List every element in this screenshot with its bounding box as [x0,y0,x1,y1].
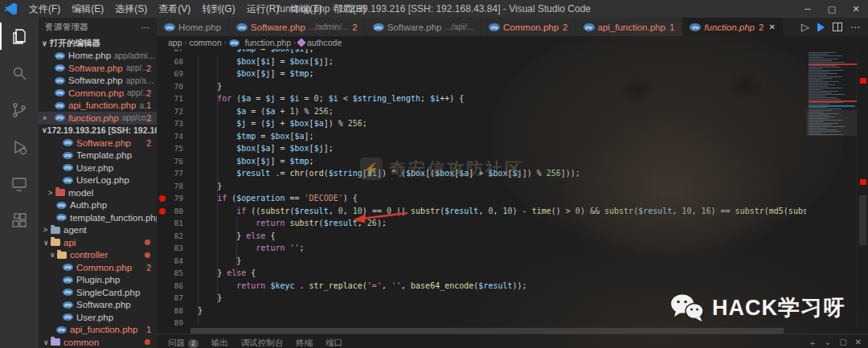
chevron-down-icon: ∨ [43,239,51,247]
menu-item[interactable]: 帮助(H) [328,0,372,18]
run-code-icon[interactable] [817,23,825,32]
tree-item-agent[interactable]: >agent [39,224,157,237]
close-icon[interactable]: × [43,114,47,122]
tab-function-php[interactable]: phpfunction.php2✕ [682,18,783,36]
minimap-line [809,78,833,79]
search-icon[interactable] [0,55,39,92]
php-file-icon: php [55,102,65,109]
tree-item-userlog-php[interactable]: phpUserLog.php [39,174,157,187]
code-editor[interactable]: 67 $tmp = $box[$i];68 $box[$i] = $box[$j… [157,49,868,328]
minimap-line [809,67,841,68]
minimap-slider[interactable] [806,110,857,136]
open-editors-header[interactable]: ∨ 打开的编辑器 [39,37,157,50]
tree-item-common[interactable]: ∨common [39,336,157,348]
run-or-debug-icon[interactable]: ▷ [801,21,809,33]
php-file-icon: php [55,89,65,96]
tree-item-template-function-php[interactable]: phptemplate_function.php [39,211,157,224]
tree-item-model[interactable]: >model [39,186,157,199]
breadcrumb-item-function-php[interactable]: phpfunction.php [229,38,291,47]
close-icon[interactable]: ✕ [768,23,775,31]
tab-api-function-php[interactable]: phpapi_function.php1 [576,18,683,36]
close-button[interactable]: ✕ [844,0,868,18]
breakpoint-icon[interactable] [159,195,166,202]
breakpoint-icon[interactable] [159,208,166,215]
modified-dot [145,240,150,245]
minimap-line [809,75,827,76]
file-name: Template.php [76,150,132,160]
minimap[interactable] [806,49,857,328]
menu-item[interactable]: 编辑(E) [66,0,109,18]
horizontal-scrollbar[interactable] [157,328,806,334]
tab-software-php[interactable]: phpSoftware.php.../admin/...2 [229,18,366,36]
tree-item-software-php[interactable]: phpSoftware.php2 [39,137,157,149]
open-editor-item[interactable]: phpSoftware.phpapp/...2 [39,62,157,75]
panel-tab-终端[interactable]: 终端 [296,338,313,348]
explorer-icon[interactable] [0,18,39,55]
menu-item[interactable]: 查看(V) [153,0,196,18]
panel-icon[interactable]: ▢ [839,338,846,348]
split-editor-icon[interactable] [833,23,842,31]
code-text: $a = ($a + 1) % 256; [157,105,806,118]
php-file-icon: php [164,23,175,31]
breadcrumb-item-authcode[interactable]: authcode [298,38,342,47]
open-editor-item[interactable]: phpHome.phpapp/admin/c... [39,50,157,63]
panel-tab-问题[interactable]: 问题2 [168,338,199,348]
code-text: return ''; [157,242,806,255]
tree-item-auth-php[interactable]: phpAuth.php [39,199,157,212]
open-editor-item[interactable]: phpCommon.phpapp/...2 [39,87,157,100]
menu-item[interactable]: 转到(G) [196,0,240,18]
remote-explorer-icon[interactable] [0,166,39,203]
php-file-icon: php [236,23,248,31]
sidebar-more-icon[interactable]: ⋯ [141,23,151,32]
panel-tab-端口[interactable]: 端口 [326,338,342,348]
tree-item-api-function-php[interactable]: phpapi_function.php1 [39,324,157,337]
tree-item-singlecard-php[interactable]: phpSingleCard.php [39,286,157,299]
panel-icon[interactable]: ＋ [809,338,817,348]
panel-icon[interactable]: ⌄ [825,338,831,348]
open-editor-item[interactable]: phpapi_function.phpa...1 [39,100,157,113]
source-control-icon[interactable] [0,92,39,129]
tab-software-php[interactable]: phpSoftware.php.../api/... [366,18,481,36]
tab-common-php[interactable]: phpCommon.php2 [481,18,575,36]
menu-item[interactable]: 运行(R) [241,0,285,18]
tab-home-php[interactable]: phpHome.php [157,18,229,36]
panel-tab-调试控制台[interactable]: 调试控制台 [241,338,284,348]
more-actions-icon[interactable]: ⋯ [850,22,860,33]
breadcrumb-item-common[interactable]: common [190,38,222,47]
error-marker [860,78,866,84]
panel-icon[interactable]: ✕ [855,338,862,348]
code-line: 86 return $keyc . str_replace('=', '', b… [157,280,806,293]
code-line: 89 [157,317,806,328]
minimize-button[interactable]: ─ [796,0,820,18]
extensions-icon[interactable] [0,203,39,240]
tree-item-user-php[interactable]: phpUser.php [39,162,157,174]
tree-item-software-php[interactable]: phpSoftware.php [39,299,157,312]
code-line: 84 } [157,255,806,268]
title-bar: 文件(F)编辑(E)选择(S)查看(V)转到(G)运行(R)终端(T)帮助(H)… [0,0,868,18]
window-controls: ─ ▢ ✕ [796,0,868,18]
tree-item-controller[interactable]: ∨controller [39,249,157,262]
file-path: app/... [126,63,149,72]
panel-tab-输出[interactable]: 输出 [211,338,228,348]
problem-count-badge: 1 [669,23,674,32]
run-debug-icon[interactable] [0,129,39,166]
open-editor-item[interactable]: phpSoftware.phpapp/api/c... [39,75,157,88]
tree-item-template-php[interactable]: phpTemplate.php [39,149,157,162]
maximize-button[interactable]: ▢ [820,0,844,18]
menu-item[interactable]: 选择(S) [109,0,153,18]
file-name: Software.php [68,76,123,85]
menu-item[interactable]: 终端(T) [285,0,327,18]
file-name: User.php [76,163,113,173]
folder-icon [55,189,65,196]
remote-tree-header[interactable]: ∨ 172.19.193.216 [SSH: 192.168.43.84] [39,125,157,137]
tree-item-user-php[interactable]: phpUser.php [39,311,157,324]
menu-item[interactable]: 文件(F) [23,0,66,18]
overview-ruler[interactable] [857,49,868,328]
vertical-scrollbar[interactable] [859,195,866,245]
tree-item-api[interactable]: ∨api [39,236,157,249]
open-editor-item[interactable]: ×phpfunction.phpapp/co...2 [39,112,157,125]
breadcrumb-item-app[interactable]: app [168,38,182,47]
problem-count-badge: 2 [759,23,764,32]
tree-item-common-php[interactable]: phpCommon.php2 [39,261,157,274]
tree-item-plugin-php[interactable]: phpPlugin.php [39,274,157,287]
